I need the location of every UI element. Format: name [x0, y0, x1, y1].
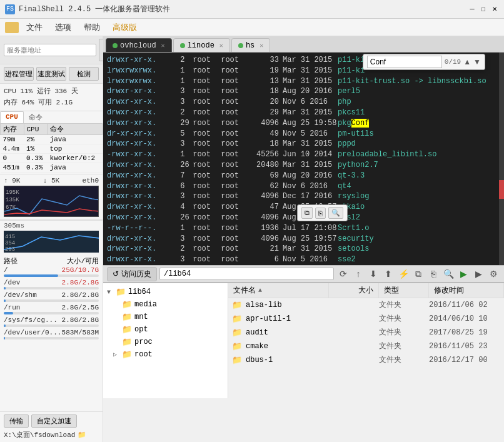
term-date: Jun 10 2014	[279, 149, 335, 160]
disk-path-1: /dev	[4, 279, 20, 286]
file-row-3[interactable]: 📁cmake文件夹2016/11/05 23	[228, 339, 504, 353]
term-links: 6	[176, 181, 188, 192]
term-filename-9[interactable]: preloadable_libintl.so	[335, 149, 436, 160]
search-input[interactable]	[367, 56, 442, 68]
tree-item-opt[interactable]: 📁 opt	[103, 323, 228, 336]
term-filename-16[interactable]: Scrt1.o	[335, 223, 369, 234]
tab-hs[interactable]: hs ✕	[231, 38, 270, 52]
tree-item-proc[interactable]: 📁 proc	[103, 336, 228, 348]
file-row-1[interactable]: 📁apr-util-1文件夹2014/06/10 10	[228, 312, 504, 326]
file-type-1: 文件夹	[379, 313, 429, 324]
term-filename-13[interactable]: rsyslog	[335, 191, 369, 202]
term-filename-8[interactable]: pppd	[335, 139, 356, 149]
header-size[interactable]: 大小	[329, 283, 379, 298]
minimize-button[interactable]: ─	[468, 5, 476, 14]
toolbar-icons: ⟳ ↑ ⬇ ⬆ ⚡ ⧉ ⎘ 🔍 ▶ ▶ ⚙	[336, 267, 500, 281]
term-group: root	[216, 160, 244, 171]
file-date-1: 2014/06/10 10	[429, 314, 504, 323]
up-button[interactable]: ↑	[351, 267, 365, 281]
tree-item-lib64[interactable]: ▼ 📁 lib64	[103, 286, 228, 298]
header-filename[interactable]: 文件名 ▲	[228, 283, 329, 298]
file-row-2[interactable]: 📁audit文件夹2017/08/25 19	[228, 326, 504, 339]
file-row-0[interactable]: 📁alsa-lib文件夹2016/11/06 02	[228, 298, 504, 312]
settings-button[interactable]: ⚙	[486, 267, 500, 281]
term-filename-2[interactable]: p11-kit-trust.so -> libnssckbi.so	[335, 76, 486, 87]
disk-path-4: /sys/fs/cg...	[4, 316, 58, 324]
file-type-0: 文件夹	[379, 299, 429, 310]
proc-mem: 451m	[1, 163, 24, 173]
term-perms: drwxr-xr-x.	[107, 171, 176, 181]
close-button[interactable]: ✕	[490, 5, 499, 14]
term-filename-11[interactable]: qt-3.3	[335, 171, 365, 181]
tab-close-ovhcloud[interactable]: ✕	[161, 42, 165, 49]
history-button[interactable]: ↺ 访问历史	[107, 267, 157, 281]
tab-close-linode[interactable]: ✕	[219, 42, 223, 49]
copy-icon-button[interactable]: ⧉	[301, 207, 313, 219]
play-button[interactable]: ▶	[471, 267, 485, 281]
svg-text:67K: 67K	[6, 204, 16, 211]
tree-item-root[interactable]: ▷ 📁 root	[103, 348, 228, 361]
speed-test-button[interactable]: 速度测试	[36, 67, 66, 81]
process-row-2[interactable]: 00.3%kworker/0:2	[1, 154, 103, 163]
search-files-button[interactable]: 🔍	[441, 267, 455, 281]
folder-open-icon[interactable]: 📁	[78, 431, 86, 439]
header-date[interactable]: 修改时间	[429, 283, 504, 298]
menu-item-premium[interactable]: 高级版	[108, 20, 142, 35]
tree-label-media: media	[134, 300, 157, 309]
tab-ovhcloud[interactable]: ovhcloud ✕	[106, 38, 172, 52]
term-filename-12[interactable]: qt4	[335, 181, 351, 192]
term-perms: lrwxrwxrwx.	[107, 76, 176, 87]
term-filename-6[interactable]: pkgConf	[335, 118, 369, 129]
copy-path-button[interactable]: ⧉	[411, 267, 425, 281]
terminal[interactable]: 0/19 ▲ ▼ drwxr-xr-x. 2 root root33Mar 31…	[103, 53, 504, 265]
copy-btn2[interactable]: ⎘	[315, 208, 326, 219]
process-row-3[interactable]: 451m0.3%java	[1, 163, 103, 173]
ping-label: 305ms	[4, 222, 99, 229]
term-filename-10[interactable]: python2.7	[335, 160, 378, 171]
term-filename-3[interactable]: perl5	[335, 86, 360, 97]
search-prev-button[interactable]: ▲	[463, 58, 471, 66]
tab-close-hs[interactable]: ✕	[260, 42, 263, 49]
term-user: root	[188, 129, 216, 139]
maximize-button[interactable]: □	[479, 5, 488, 14]
term-filename-0[interactable]: p11-ki	[335, 55, 365, 66]
term-filename-7[interactable]: pm-utils	[335, 129, 374, 139]
menu-item-options[interactable]: 选项	[50, 20, 76, 35]
refresh-button[interactable]: ⟳	[336, 267, 350, 281]
terminal-scrollbar-thumb[interactable]	[499, 180, 504, 199]
term-filename-18[interactable]: setools	[335, 244, 369, 254]
tab-linode[interactable]: linode ✕	[173, 38, 230, 52]
file-row-4[interactable]: 📁dbus-1文件夹2016/12/17 00	[228, 353, 504, 367]
download-button[interactable]: ⬇	[366, 267, 380, 281]
process-row-0[interactable]: 79m2%java	[1, 135, 103, 144]
server-address-input[interactable]	[4, 44, 96, 56]
file-name-1: apr-util-1	[246, 314, 329, 323]
tab-cmd[interactable]: 命令	[24, 111, 48, 123]
header-type[interactable]: 类型	[379, 283, 429, 298]
search-next-button[interactable]: ▼	[473, 58, 481, 66]
transfer-button[interactable]: 传输	[4, 414, 29, 428]
search-icon-button[interactable]: 🔍	[328, 207, 343, 219]
term-perms: -rw-r--r--.	[107, 223, 176, 234]
term-filename-19[interactable]: sse2	[335, 254, 356, 265]
detect-button[interactable]: 检测	[69, 67, 99, 81]
term-size: 33	[244, 55, 279, 66]
menu-item-help[interactable]: 帮助	[79, 20, 105, 35]
new-folder-button[interactable]: ▶	[456, 267, 470, 281]
lightning-button[interactable]: ⚡	[396, 267, 410, 281]
tree-item-media[interactable]: 📁 media	[103, 298, 228, 311]
tree-item-mnt[interactable]: 📁 mnt	[103, 311, 228, 323]
menu-item-file[interactable]: 文件	[21, 20, 48, 35]
custom-accel-button[interactable]: 自定义加速	[31, 414, 77, 428]
term-filename-4[interactable]: php	[335, 97, 351, 108]
tab-cpu[interactable]: CPU	[0, 111, 24, 123]
process-row-1[interactable]: 4.4m1%top	[1, 144, 103, 154]
disk-path-5: /dev/user/0...	[4, 329, 61, 336]
terminal-scrollbar[interactable]	[499, 53, 504, 265]
term-filename-1[interactable]: p11-ki	[335, 66, 365, 76]
term-filename-5[interactable]: pkcs11	[335, 108, 365, 118]
term-filename-17[interactable]: security	[335, 234, 374, 244]
paste-button[interactable]: ⎘	[426, 267, 440, 281]
process-mgr-button[interactable]: 进程管理	[4, 67, 34, 81]
upload-button[interactable]: ⬆	[381, 267, 395, 281]
